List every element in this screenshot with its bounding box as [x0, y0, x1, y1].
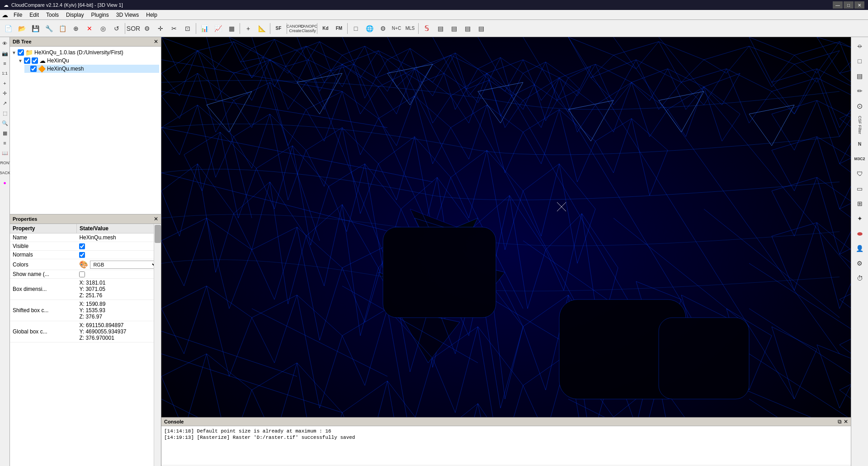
- register-button[interactable]: ✛: [154, 22, 167, 35]
- arrow-icon-btn[interactable]: ↗: [0, 99, 9, 108]
- title-bar-controls: — □ ✕: [833, 1, 864, 9]
- right-btn-person[interactable]: 👤: [853, 241, 867, 256]
- scale-icon-btn[interactable]: 1:1: [0, 69, 9, 78]
- menu-file[interactable]: File: [10, 11, 26, 19]
- right-btn-circle[interactable]: ⊙: [853, 99, 867, 113]
- right-btn-display[interactable]: ▤: [853, 69, 867, 83]
- right-btn-ellipse[interactable]: ⬬: [853, 226, 867, 241]
- extra-btn4[interactable]: ▤: [475, 22, 487, 35]
- properties-content[interactable]: Property State/Value Name HeXinQu.mesh V…: [10, 224, 161, 466]
- zoom-icon-btn[interactable]: 🔍: [0, 119, 9, 128]
- merge-button[interactable]: ⊕: [70, 22, 82, 35]
- right-btn-shield[interactable]: 🛡: [853, 166, 867, 181]
- globe-button[interactable]: 🌐: [363, 22, 376, 35]
- normals-checkbox[interactable]: [79, 252, 85, 258]
- right-btn-clock[interactable]: ⏱: [853, 271, 867, 285]
- right-btn-screen[interactable]: □: [853, 54, 867, 68]
- menu-tools[interactable]: Tools: [42, 11, 62, 19]
- add-button[interactable]: +: [242, 22, 255, 35]
- tree-checkbox-2b[interactable]: [32, 57, 38, 64]
- clone-button[interactable]: 📋: [56, 22, 69, 35]
- front-icon-btn[interactable]: FRONT: [0, 158, 9, 167]
- tree-checkbox-3[interactable]: [30, 66, 37, 72]
- histogram-button[interactable]: 📊: [198, 22, 211, 35]
- kd-button[interactable]: Kd: [319, 22, 332, 35]
- fm-button[interactable]: FM: [333, 22, 345, 35]
- select-icon-btn[interactable]: ⬚: [0, 109, 9, 118]
- tree-checkbox-1[interactable]: [18, 49, 24, 56]
- console-content[interactable]: [14:14:18] Default point size is already…: [161, 426, 851, 465]
- settings2-button[interactable]: ⚙: [377, 22, 389, 35]
- menu-icon: ☁: [2, 11, 8, 19]
- prop-row-box: Box dimensi... X: 3181.01 Y: 3071.05 Z: …: [10, 279, 161, 300]
- 3d-view[interactable]: 40 Y X: [161, 37, 851, 466]
- display-btn1[interactable]: □: [349, 22, 362, 35]
- measure-button[interactable]: 📐: [255, 22, 268, 35]
- db-tree-header: DB Tree ✕: [10, 37, 161, 47]
- tree-item-las[interactable]: ▼ 📁 HeXinQu_1.0.las (D:/University/First…: [12, 48, 159, 57]
- canopo-classify-button[interactable]: CANOPOClassify: [302, 22, 315, 35]
- back-icon-btn[interactable]: BACK: [0, 168, 9, 177]
- prop-value-visible[interactable]: [76, 242, 160, 251]
- prop-value-colors[interactable]: 🎨 RGB None Scalar field: [76, 259, 160, 270]
- extra-btn3[interactable]: ▤: [461, 22, 474, 35]
- mls-button[interactable]: MLS: [404, 22, 416, 35]
- tree-item-cloud[interactable]: ▼ ☁ HeXinQu: [18, 57, 159, 65]
- menu-edit[interactable]: Edit: [26, 11, 42, 19]
- list-icon-btn[interactable]: ≡: [0, 138, 9, 147]
- color-icon-btn[interactable]: ●: [0, 178, 9, 187]
- tree-item-mesh[interactable]: 🔶 HeXinQu.mesh: [24, 65, 159, 73]
- tree-checkbox-2[interactable]: [24, 57, 30, 64]
- console-close[interactable]: ✕: [844, 418, 848, 425]
- view-icon-btn[interactable]: 👁: [0, 39, 9, 48]
- db-tree-close[interactable]: ✕: [154, 38, 158, 45]
- tool1-button[interactable]: ⚙: [141, 22, 153, 35]
- chart-button[interactable]: 📈: [212, 22, 224, 35]
- layers-icon-btn[interactable]: ≡: [0, 59, 9, 68]
- menu-help[interactable]: Help: [142, 11, 161, 19]
- extra-btn1[interactable]: ▤: [434, 22, 447, 35]
- menu-3dviews[interactable]: 3D Views: [113, 11, 142, 19]
- new-button[interactable]: 📄: [2, 22, 14, 35]
- transform-icon-btn[interactable]: ✛: [0, 89, 9, 98]
- prop-value-showname[interactable]: [76, 270, 160, 279]
- camera-icon-btn[interactable]: 📷: [0, 49, 9, 58]
- book-icon-btn[interactable]: 📖: [0, 148, 9, 157]
- crop-button[interactable]: ⊡: [181, 22, 194, 35]
- sor-button[interactable]: SOR: [127, 22, 140, 35]
- apply-transformation-button[interactable]: ↺: [110, 22, 123, 35]
- section-button[interactable]: ▦: [225, 22, 238, 35]
- properties-button[interactable]: 🔧: [42, 22, 55, 35]
- layers2-icon-btn[interactable]: ▦: [0, 128, 9, 138]
- right-btn-gear[interactable]: ⚙: [853, 256, 867, 271]
- save-button[interactable]: 💾: [29, 22, 42, 35]
- sample-button[interactable]: ◎: [97, 22, 109, 35]
- properties-close[interactable]: ✕: [154, 216, 158, 222]
- showname-checkbox[interactable]: [79, 271, 85, 277]
- sf-button[interactable]: SF: [272, 22, 285, 35]
- extra-btn2[interactable]: ▤: [448, 22, 460, 35]
- delete-button[interactable]: ✕: [83, 22, 96, 35]
- visible-checkbox[interactable]: [79, 243, 85, 249]
- minimize-button[interactable]: —: [833, 1, 843, 9]
- right-btn-3d[interactable]: M3C2: [853, 152, 867, 166]
- segment-button[interactable]: ✂: [168, 22, 180, 35]
- right-btn-layer[interactable]: ⊞: [853, 196, 867, 211]
- s-button[interactable]: 𝕊: [420, 22, 433, 35]
- open-button[interactable]: 📂: [15, 22, 28, 35]
- right-btn-no[interactable]: ○: [853, 39, 867, 53]
- console-float[interactable]: ⧉: [838, 418, 842, 425]
- right-btn-rect[interactable]: ▭: [853, 181, 867, 196]
- prop-value-normals[interactable]: [76, 251, 160, 259]
- right-btn-pen[interactable]: ✏: [853, 84, 867, 98]
- nplc-button[interactable]: N+C: [390, 22, 403, 35]
- properties-scrollbar[interactable]: [154, 224, 161, 466]
- close-button[interactable]: ✕: [854, 1, 864, 9]
- menu-plugins[interactable]: Plugins: [87, 11, 112, 19]
- right-btn-star[interactable]: ✦: [853, 211, 867, 226]
- colors-select[interactable]: RGB None Scalar field: [90, 261, 158, 269]
- plus-icon-btn[interactable]: +: [0, 79, 9, 88]
- maximize-button[interactable]: □: [844, 1, 854, 9]
- menu-display[interactable]: Display: [62, 11, 87, 19]
- right-btn-n[interactable]: N: [853, 137, 867, 151]
